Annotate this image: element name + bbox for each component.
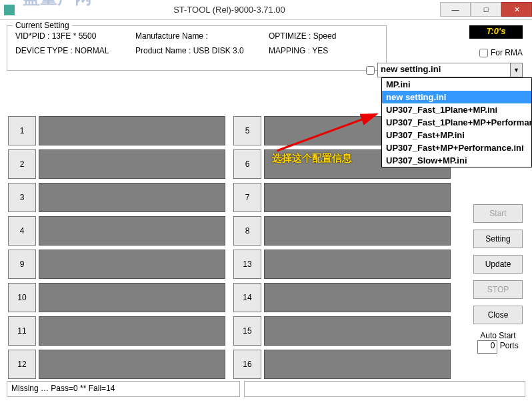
dropdown-option[interactable]: UP307_Fast+MP.ini [382,129,531,141]
timer-display: T:0's [469,25,523,39]
dropdown-option[interactable]: new setting.ini [382,91,531,103]
for-rma-label: For RMA [491,48,523,57]
svg-line-0 [277,114,377,151]
close-app-button[interactable]: Close [473,306,523,324]
annotation-text: 选择这个配置信息 [272,152,352,165]
port-button-8[interactable]: 8 [233,216,261,246]
port-display-3 [39,183,225,212]
dropdown-option[interactable]: UP307_Fast_1Plane+MP.ini [382,103,531,116]
window-title: ST-TOOL (Rel)-9000-3.71.00 [19,5,440,15]
port-display-13 [264,250,451,279]
app-icon [4,5,15,15]
manufacture-label: Manufacture Name : [135,31,269,41]
port-display-14 [264,283,451,312]
for-rma-row: For RMA [479,48,523,57]
for-rma-checkbox[interactable] [479,49,488,57]
minimize-button[interactable]: — [440,2,471,17]
port-display-12 [39,350,225,379]
dropdown-option[interactable]: UP307_Slow+MP.ini [382,154,531,167]
port-button-14[interactable]: 14 [233,283,261,312]
optimize-label: OPTIMIZE : Speed [269,31,369,41]
dropdown-option[interactable]: MP.ini [382,78,531,91]
config-checkbox[interactable] [366,66,375,75]
annotation-arrow [273,111,387,157]
config-combo[interactable]: new setting.ini [377,63,511,77]
port-button-3[interactable]: 3 [8,183,36,212]
port-button-6[interactable]: 6 [233,149,261,179]
current-setting-legend: Current Setting [13,21,72,30]
status-bar: Missing … Pass=0 ** Fail=14 [7,381,525,397]
stop-button[interactable]: STOP [473,280,523,299]
dropdown-option[interactable]: UP307_Fast+MP+Performance.ini [382,141,531,154]
config-combo-row: new setting.ini ▼ [366,63,523,77]
product-name-label: Product Name : USB DISK 3.0 [135,46,269,55]
update-button[interactable]: Update [473,255,523,274]
port-display-8 [264,216,451,246]
port-button-5[interactable]: 5 [233,116,261,145]
port-display-10 [39,283,225,312]
port-display-16 [264,350,451,379]
port-display-2 [39,149,225,179]
chevron-down-icon[interactable]: ▼ [511,63,523,77]
status-empty [244,381,525,397]
port-display-7 [264,183,451,212]
port-button-9[interactable]: 9 [8,250,36,279]
dropdown-option[interactable]: UP307_Fast_1Plane+MP+Performance.ini [382,116,531,129]
config-dropdown[interactable]: MP.ininew setting.iniUP307_Fast_1Plane+M… [381,77,532,167]
mapping-label: MAPPING : YES [269,46,369,55]
current-setting-group: Current Setting VID*PID : 13FE * 5500 Ma… [7,25,387,71]
port-display-1 [39,116,225,145]
close-button[interactable]: ✕ [501,2,532,17]
setting-button[interactable]: Setting [473,230,523,248]
status-text: Missing … Pass=0 ** Fail=14 [7,381,240,397]
autostart-ports-label: Ports [500,341,519,350]
vid-pid-label: VID*PID : 13FE * 5500 [15,31,135,41]
port-button-1[interactable]: 1 [8,116,36,145]
start-button[interactable]: Start [473,204,523,223]
port-button-7[interactable]: 7 [233,183,261,212]
port-display-15 [264,316,451,346]
port-display-4 [39,216,225,246]
port-display-11 [39,316,225,346]
port-button-10[interactable]: 10 [8,283,36,312]
action-buttons: Start Setting Update STOP Close Auto Sta… [473,204,523,354]
port-button-2[interactable]: 2 [8,149,36,179]
port-button-4[interactable]: 4 [8,216,36,246]
port-button-15[interactable]: 15 [233,316,261,346]
titlebar: ST-TOOL (Rel)-9000-3.71.00 — □ ✕ [0,0,532,20]
device-type-label: DEVICE TYPE : NORMAL [15,46,135,55]
port-button-16[interactable]: 16 [233,350,261,379]
autostart-ports-input[interactable]: 0 [477,340,497,354]
autostart-label: Auto Start [473,331,523,340]
maximize-button[interactable]: □ [471,2,501,17]
port-button-12[interactable]: 12 [8,350,36,379]
port-button-11[interactable]: 11 [8,316,36,346]
port-button-13[interactable]: 13 [233,250,261,279]
port-display-9 [39,250,225,279]
